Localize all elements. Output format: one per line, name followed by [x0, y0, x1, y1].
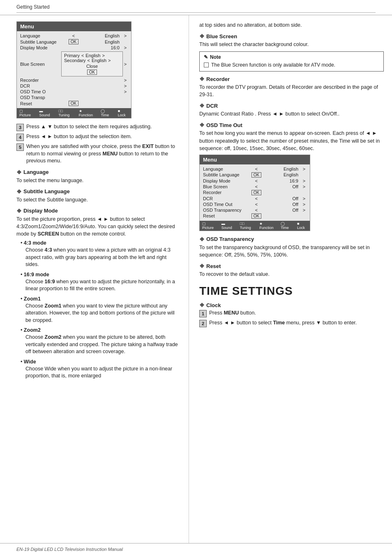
- left-column: Menu Language < English > Subtitle Langu…: [0, 15, 189, 543]
- section-recorder-body: To recorder the DTV program. Details of …: [199, 83, 384, 98]
- menu-row-dcr: DCR >: [20, 83, 128, 89]
- header-text: Getting Started: [16, 4, 50, 10]
- menu2-row-bluescreen: Blue Screen < Off >: [203, 184, 307, 190]
- bullet-zoom2: Zoom2 Choose Zoom2 when you want the pic…: [21, 327, 180, 356]
- menu2-row-language: Language < English >: [203, 166, 307, 172]
- menu-box-1-body: Language < English > Subtitle Language O…: [17, 31, 131, 108]
- menu-box-1-title: Menu: [17, 22, 131, 31]
- menu-row-reset: Reset OK: [20, 100, 128, 106]
- bullet-169mode: 16:9 mode Choose 16:9 when you want to a…: [21, 272, 180, 293]
- page-footer: EN-19 Digital LED LCD Television Instruc…: [0, 543, 392, 555]
- page: Getting Started Menu Language < English …: [0, 0, 392, 555]
- section-osdtimeout-head: ❖ OSD Time Out: [199, 122, 384, 128]
- time-settings-heading: TIME SETTINGS: [199, 284, 384, 298]
- menu-box-2-body: Language < English > Subtitle Language O…: [200, 164, 310, 221]
- menu-row-language: Language < English >: [20, 33, 128, 39]
- section-reset-body: To recover to the default value.: [199, 271, 384, 278]
- display-mode-bullets: 4:3 mode Choose 4:3 when you want to vie…: [21, 240, 180, 380]
- note-box: ✎ Note The Blue Screen function is only …: [199, 51, 384, 72]
- menu-box-1-footer: ▢ Picture ▬ Sound □□ Tuning ★ Function ◯…: [17, 108, 131, 118]
- submenu-popup: Primary < English > Secondary < English: [61, 51, 123, 76]
- section-osdtransp-body: To set the transparency background of OS…: [199, 244, 384, 259]
- menu2-row-displaymode: Display Mode < 16:9 >: [203, 178, 307, 184]
- section-displaymode-head: ❖ Display Mode: [16, 208, 180, 214]
- section-osdtransp-head: ❖ OSD Transparency: [199, 236, 384, 243]
- menu-row-recorder: Recorder >: [20, 77, 128, 83]
- steps-list: 3 Press ▲ ▼ button to select the item re…: [16, 123, 180, 165]
- clock-step-1: 1 Press MENU button.: [199, 310, 384, 317]
- section-language-head: ❖ Language: [16, 169, 180, 176]
- right-top-text: at top sides and no alteration, at botto…: [199, 21, 384, 29]
- menu2-row-dcr: DCR < Off >: [203, 196, 307, 201]
- menu-box-1: Menu Language < English > Subtitle Langu…: [16, 21, 131, 118]
- section-bluescreen-body: This will select the character backgroun…: [199, 41, 384, 48]
- content-area: Menu Language < English > Subtitle Langu…: [0, 15, 392, 543]
- section-subtitle-body: To select the Subtitle language.: [16, 196, 180, 204]
- section-reset-head: ❖ Reset: [199, 263, 384, 269]
- section-subtitle-head: ❖ Subtitle Language: [16, 188, 180, 195]
- menu2-row-reset: Reset OK: [203, 213, 307, 219]
- menu-row-subtitle: Subtitle Language OK English: [20, 39, 128, 45]
- menu2-row-subtitle: Subtitle Language OK English: [203, 172, 307, 178]
- menu-row-bluescreen: Blue Screen Primary < English >: [20, 51, 128, 77]
- section-language-body: To select the menu language.: [16, 177, 180, 184]
- clock-step-2: 2 Press ◄ ► button to select Time menu, …: [199, 319, 384, 327]
- bullet-43mode: 4:3 mode Choose 4:3 when you want to vie…: [21, 240, 180, 268]
- footer-text: EN-19 Digital LED LCD Television Instruc…: [16, 547, 123, 552]
- menu-row-osdtransp: OSD Transp: [20, 95, 128, 100]
- note-head: ✎ Note: [204, 54, 379, 60]
- menu2-row-osdtimeout: OSD Time Out < Off >: [203, 201, 307, 207]
- bullet-wide: Wide Choose Wide when you want to adjust…: [21, 359, 180, 380]
- section-dcr-body: Dynamic Contrast Ratio . Press ◄ ► butto…: [199, 110, 384, 118]
- section-osdtimeout-body: To set how long you want the menus to ap…: [199, 130, 384, 152]
- section-clock-head: ❖ Clock: [199, 302, 384, 308]
- clock-steps-list: 1 Press MENU button. 2 Press ◄ ► button …: [199, 310, 384, 327]
- step-3: 3 Press ▲ ▼ button to select the item re…: [16, 123, 180, 131]
- menu-row-osdtimeout: OSD Time O >: [20, 89, 128, 95]
- menu-box-2: Menu Language < English > Subtitle Langu…: [199, 155, 310, 231]
- section-bluescreen-head: ❖ Blue Screen: [199, 33, 384, 39]
- checkbox-icon: [204, 62, 209, 67]
- step-5: 5 When you are satisfied with your choic…: [16, 143, 180, 165]
- note-item-1: The Blue Screen function is only availab…: [204, 62, 379, 69]
- step-4: 4 Press ◄ ► button to adjust the selecti…: [16, 133, 180, 141]
- bullet-zoom1: Zoom1 Choose Zoom1 when you want to view…: [21, 296, 180, 324]
- page-header: Getting Started: [0, 0, 392, 15]
- menu2-row-recorder: Recorder OK: [203, 190, 307, 196]
- menu-box-2-title: Menu: [200, 155, 310, 164]
- right-column: at top sides and no alteration, at botto…: [189, 15, 392, 543]
- menu-row-displaymode: Display Mode 16:0 >: [20, 45, 128, 51]
- menu-box-2-footer: ▢ Picture ▬ Sound □□ Tuning ★ Function ◯…: [200, 221, 310, 231]
- section-recorder-head: ❖ Recorder: [199, 76, 384, 82]
- section-dcr-head: ❖ DCR: [199, 102, 384, 109]
- menu2-row-osdtransp: OSD Transparency < Off >: [203, 207, 307, 213]
- section-displaymode-body: To set the picture proportion, press ◄ ►…: [16, 215, 180, 238]
